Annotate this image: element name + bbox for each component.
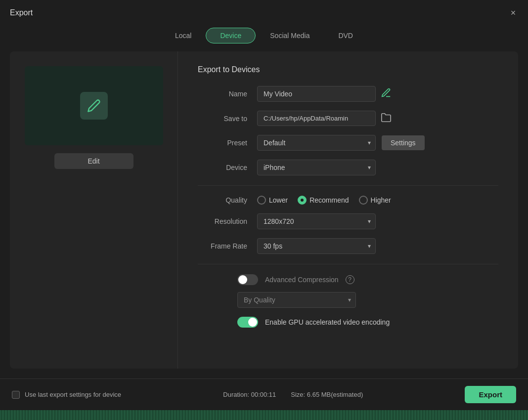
quality-row: Quality Lower Recommend xyxy=(198,196,498,205)
quality-recommend[interactable]: Recommend xyxy=(298,196,349,205)
preset-select-wrapper: Default High Quality Low Quality ▾ xyxy=(257,135,376,151)
frame-rate-row: Frame Rate 30 fps 24 fps 60 fps 25 fps ▾ xyxy=(198,238,498,254)
name-row: Name xyxy=(198,86,498,102)
duration-info: Duration: 00:00:11 xyxy=(223,391,276,398)
gpu-toggle[interactable] xyxy=(237,317,258,328)
quality-higher-radio xyxy=(359,196,368,205)
timeline-bar xyxy=(0,410,528,420)
tab-device[interactable]: Device xyxy=(206,28,256,43)
quality-lower-radio xyxy=(257,196,266,205)
preset-select[interactable]: Default High Quality Low Quality xyxy=(257,135,376,151)
info-icon[interactable]: ? xyxy=(346,275,354,284)
divider-2 xyxy=(198,264,498,264)
close-button[interactable]: × xyxy=(508,8,518,18)
name-input[interactable] xyxy=(257,86,376,102)
quality-lower[interactable]: Lower xyxy=(257,196,288,205)
quality-label: Quality xyxy=(198,196,247,204)
use-last-label: Use last export settings for device xyxy=(25,391,121,398)
device-select[interactable]: iPhone iPad Android Apple TV xyxy=(257,160,376,175)
ai-icon[interactable] xyxy=(381,87,392,100)
settings-panel: Export to Devices Name Save to C:/Users/… xyxy=(178,51,518,369)
use-last-row: Use last export settings for device xyxy=(12,391,121,399)
resolution-select-wrapper: 1280x720 1920x1080 3840x2160 720x480 ▾ xyxy=(257,213,376,229)
size-info: Size: 6.65 MB(estimated) xyxy=(291,391,363,398)
settings-button[interactable]: Settings xyxy=(382,135,425,150)
divider-1 xyxy=(198,185,498,186)
export-button[interactable]: Export xyxy=(465,386,516,403)
save-to-path: C:/Users/hp/AppData/Roamin xyxy=(257,111,376,126)
frame-rate-select-wrapper: 30 fps 24 fps 60 fps 25 fps ▾ xyxy=(257,238,376,254)
quality-higher-label: Higher xyxy=(371,196,391,204)
tab-bar: Local Device Social Media DVD xyxy=(0,24,528,51)
toggle-knob xyxy=(238,275,247,284)
resolution-select[interactable]: 1280x720 1920x1080 3840x2160 720x480 xyxy=(257,213,376,229)
preview-panel: Edit xyxy=(10,51,178,369)
title-bar: Export × xyxy=(0,0,528,24)
device-label: Device xyxy=(198,164,247,171)
resolution-label: Resolution xyxy=(198,217,247,225)
quality-recommend-label: Recommend xyxy=(309,196,349,204)
use-last-checkbox[interactable] xyxy=(12,391,20,399)
main-content: Edit Export to Devices Name Save to C:/U… xyxy=(10,51,518,369)
tab-dvd[interactable]: DVD xyxy=(324,28,367,43)
quality-lower-label: Lower xyxy=(269,196,288,204)
tab-local[interactable]: Local xyxy=(161,28,206,43)
edit-button[interactable]: Edit xyxy=(54,153,133,169)
gpu-label: Enable GPU accelerated video encoding xyxy=(265,318,390,326)
advanced-compression-row: Advanced Compression ? xyxy=(237,274,498,285)
device-row: Device iPhone iPad Android Apple TV ▾ xyxy=(198,160,498,175)
tab-social-media[interactable]: Social Media xyxy=(256,28,324,43)
save-to-row: Save to C:/Users/hp/AppData/Roamin xyxy=(198,111,498,126)
by-quality-wrapper: By Quality By Bitrate ▾ xyxy=(237,292,356,308)
info-symbol: ? xyxy=(348,276,352,283)
app-window: Export × Local Device Social Media DVD xyxy=(0,0,528,420)
preset-label: Preset xyxy=(198,139,247,147)
by-quality-select[interactable]: By Quality By Bitrate xyxy=(237,292,356,308)
bottom-bar: Use last export settings for device Dura… xyxy=(0,378,528,410)
timeline-pattern xyxy=(0,410,528,420)
bottom-info: Duration: 00:00:11 Size: 6.65 MB(estimat… xyxy=(223,391,363,398)
quality-recommend-radio xyxy=(298,196,307,205)
save-to-label: Save to xyxy=(198,115,247,123)
gpu-toggle-knob xyxy=(248,318,257,327)
device-select-wrapper: iPhone iPad Android Apple TV ▾ xyxy=(257,160,376,175)
folder-icon[interactable] xyxy=(381,112,392,125)
pencil-icon xyxy=(80,92,108,120)
preview-thumbnail xyxy=(25,66,163,145)
advanced-compression-toggle[interactable] xyxy=(237,274,258,285)
resolution-row: Resolution 1280x720 1920x1080 3840x2160 … xyxy=(198,213,498,229)
window-title: Export xyxy=(10,8,33,17)
advanced-compression-label: Advanced Compression xyxy=(265,276,339,284)
frame-rate-label: Frame Rate xyxy=(198,242,247,250)
frame-rate-select[interactable]: 30 fps 24 fps 60 fps 25 fps xyxy=(257,238,376,254)
name-label: Name xyxy=(198,90,247,98)
gpu-row: Enable GPU accelerated video encoding xyxy=(237,317,498,328)
section-title: Export to Devices xyxy=(198,65,498,74)
quality-higher[interactable]: Higher xyxy=(359,196,391,205)
preset-row: Preset Default High Quality Low Quality … xyxy=(198,135,498,151)
